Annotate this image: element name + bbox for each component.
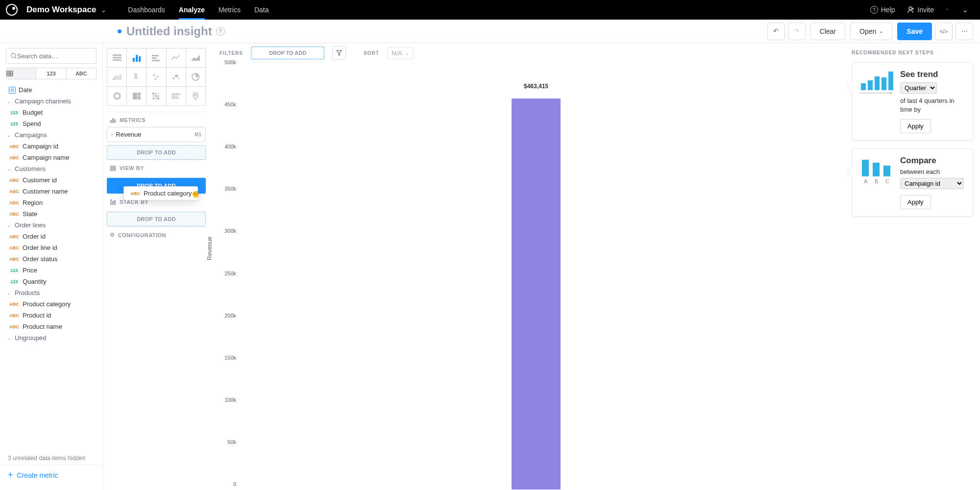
chart-type-line[interactable]: [167, 49, 186, 67]
tree-item-customer-name[interactable]: ABCCustomer name: [3, 186, 99, 197]
nav-data[interactable]: Data: [247, 0, 276, 20]
account-menu-caret-icon[interactable]: ⌄: [956, 6, 974, 14]
chart-type-combo[interactable]: X̄: [127, 68, 146, 86]
trend-apply-button[interactable]: Apply: [900, 119, 931, 133]
stackby-drop-zone[interactable]: DROP TO ADD: [107, 212, 206, 226]
search-icon: [10, 52, 17, 59]
chart-type-bar[interactable]: [147, 49, 166, 67]
tree-item-order-lines[interactable]: ⌄Order lines: [3, 220, 99, 231]
chart-type-bullet[interactable]: [167, 87, 186, 105]
item-label: Order line id: [23, 244, 57, 251]
invite-icon: [907, 6, 915, 14]
123-tag-icon: 123: [9, 121, 20, 127]
tree-item-region[interactable]: ABCRegion: [3, 197, 99, 208]
svg-rect-14: [152, 60, 160, 61]
filter-icon-button[interactable]: [332, 46, 346, 60]
tree-item-product-id[interactable]: ABCProduct id: [3, 310, 99, 321]
tree-item-quantity[interactable]: 123Quantity: [3, 276, 99, 287]
tree-item-customers[interactable]: ⌄Customers: [3, 163, 99, 174]
viewby-drop-zone[interactable]: DROP TO ADD: [107, 178, 206, 194]
123-tag-icon: 123: [9, 279, 20, 285]
search-data[interactable]: [6, 48, 97, 64]
chart-type-donut[interactable]: [107, 87, 126, 105]
tree-item-product-name[interactable]: ABCProduct name: [3, 321, 99, 332]
svg-rect-17: [157, 76, 158, 77]
tree-item-price[interactable]: 123Price: [3, 265, 99, 276]
tree-item-budget[interactable]: 123Budget: [3, 107, 99, 118]
tree-item-order-id[interactable]: ABCOrder id: [3, 231, 99, 242]
metric-item-revenue[interactable]: › Revenue M1: [107, 127, 206, 142]
compare-attribute-select[interactable]: Campaign id: [900, 178, 964, 189]
metrics-drop-zone[interactable]: DROP TO ADD: [107, 145, 206, 160]
metric-name: Revenue: [116, 131, 141, 138]
group-label: Campaigns: [15, 131, 47, 139]
svg-rect-5: [10, 74, 13, 76]
chart-type-table[interactable]: [107, 49, 126, 67]
create-metric-button[interactable]: + Create metric: [3, 465, 99, 485]
segment-text[interactable]: ABC: [67, 68, 96, 79]
tree-item-campaigns[interactable]: ⌄Campaigns: [3, 129, 99, 141]
chart-type-treemap[interactable]: [127, 87, 146, 105]
item-label: Price: [23, 267, 37, 274]
save-button[interactable]: Save: [897, 23, 932, 40]
trend-period-select[interactable]: Quarter: [900, 82, 937, 94]
embed-button[interactable]: </>: [935, 23, 953, 40]
viewby-icon: [110, 165, 117, 171]
filters-drop-zone[interactable]: DROP TO ADD: [251, 47, 324, 59]
more-button[interactable]: ⋯: [956, 23, 973, 40]
chart-type-stacked-area[interactable]: [107, 68, 126, 86]
chart-type-pie[interactable]: [186, 68, 205, 86]
tree-item-order-status[interactable]: ABCOrder status: [3, 253, 99, 265]
open-button[interactable]: Open⌄: [850, 23, 892, 40]
tree-item-ungrouped[interactable]: ⌄Ungrouped: [3, 332, 99, 343]
notifications-button[interactable]: ⠂: [940, 6, 956, 14]
chart-type-bubble[interactable]: [167, 68, 186, 86]
title-help-icon[interactable]: ?: [216, 27, 225, 36]
filter-sort-row: FILTERS DROP TO ADD SORT N/A ⌄: [210, 43, 843, 63]
config-panel: X̄ METRICS › Revenue M1 DROP TO ADD VIEW…: [103, 43, 210, 490]
tree-item-products[interactable]: ⌄Products: [3, 287, 99, 298]
chart-type-area[interactable]: [186, 49, 205, 67]
tree-item-state[interactable]: ABCState: [3, 208, 99, 220]
group-label: Products: [15, 289, 40, 296]
invite-button[interactable]: Invite: [901, 6, 940, 14]
configuration-section-header[interactable]: ⚙ CONFIGURATION: [107, 226, 206, 242]
chart-type-scatter[interactable]: [147, 68, 166, 86]
chart-bar[interactable]: [512, 98, 561, 490]
chart-type-geo[interactable]: [186, 87, 205, 105]
item-label: Date: [19, 86, 32, 94]
tree-item-order-line-id[interactable]: ABCOrder line id: [3, 242, 99, 253]
y-tick: 150k: [224, 355, 236, 361]
workspace-caret-icon[interactable]: ⌄: [101, 6, 106, 14]
nav-analyze[interactable]: Analyze: [172, 0, 212, 20]
hidden-items-note: 3 unrelated data items hidden: [3, 452, 99, 465]
compare-apply-button[interactable]: Apply: [900, 195, 931, 209]
segment-numeric[interactable]: 123: [36, 68, 66, 79]
tree-item-spend[interactable]: 123Spend: [3, 118, 99, 129]
tree-item-campaign-channels[interactable]: ⌄Campaign channels: [3, 96, 99, 107]
bar-value-label: $463,415: [524, 83, 548, 90]
redo-button[interactable]: ↷: [788, 23, 806, 40]
tree-item-date[interactable]: ▤Date: [3, 84, 99, 96]
nav-dashboards[interactable]: Dashboards: [121, 0, 172, 20]
help-button[interactable]: ? Help: [864, 6, 901, 14]
tree-item-campaign-id[interactable]: ABCCampaign id: [3, 141, 99, 152]
chart-type-column[interactable]: [127, 49, 146, 67]
y-tick: 300k: [224, 228, 236, 234]
chevron-down-icon: ⌄: [7, 99, 12, 104]
workspace-name[interactable]: Demo Workspace: [26, 5, 96, 15]
nav-metrics[interactable]: Metrics: [212, 0, 247, 20]
segment-all[interactable]: [6, 68, 36, 79]
tree-item-product-category[interactable]: ABCProduct category: [3, 298, 99, 310]
undo-button[interactable]: ↶: [767, 23, 785, 40]
tree-item-campaign-name[interactable]: ABCCampaign name: [3, 152, 99, 163]
app-logo-icon[interactable]: [6, 4, 18, 16]
clear-button[interactable]: Clear: [810, 23, 845, 40]
tree-item-customer-id[interactable]: ABCCustomer id: [3, 174, 99, 186]
sort-select[interactable]: N/A ⌄: [387, 47, 414, 59]
chart-type-heatmap[interactable]: [147, 87, 166, 105]
item-label: Region: [23, 199, 43, 206]
svg-rect-6: [113, 54, 122, 56]
search-input[interactable]: [17, 52, 99, 60]
insight-title[interactable]: Untitled insight: [126, 24, 212, 38]
